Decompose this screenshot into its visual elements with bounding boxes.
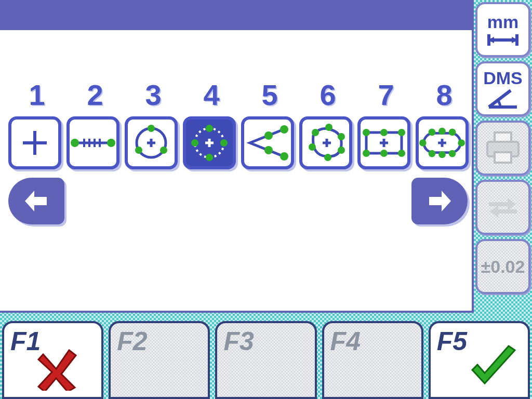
svg-point-30 (338, 133, 345, 140)
measure-num-3: 3 (125, 78, 183, 112)
slot-points-icon (419, 126, 466, 160)
svg-point-7 (71, 139, 79, 147)
measure-num-1: 1 (8, 78, 66, 112)
measure-num-7: 7 (357, 78, 416, 112)
cancel-x-icon (35, 344, 82, 391)
print-button (475, 121, 530, 176)
rectangle-points-icon (361, 126, 407, 159)
sidebar: mm DMS ±0.02 (474, 0, 532, 313)
svg-point-39 (398, 129, 405, 136)
measure-arc-button[interactable] (183, 116, 236, 169)
arrow-left-icon (22, 187, 51, 216)
angle-points-icon (246, 124, 289, 162)
svg-point-32 (324, 154, 331, 161)
tolerance-label: ±0.02 (481, 257, 525, 277)
svg-point-46 (429, 129, 436, 136)
printer-icon (484, 130, 522, 166)
unit-mm-button[interactable]: mm (475, 2, 530, 57)
measure-line-button[interactable] (66, 116, 119, 169)
svg-rect-62 (495, 152, 511, 163)
svg-point-19 (220, 139, 228, 147)
transfer-button (475, 180, 530, 235)
svg-point-29 (325, 124, 332, 131)
svg-point-53 (449, 150, 456, 157)
angle-icon (485, 88, 521, 110)
angle-label: DMS (483, 68, 523, 88)
measure-num-2: 2 (66, 78, 125, 112)
svg-point-21 (191, 139, 198, 147)
svg-point-13 (160, 147, 167, 154)
measure-num-8: 8 (416, 78, 474, 112)
measure-button-row (8, 116, 469, 169)
confirm-check-icon (467, 345, 519, 392)
svg-point-28 (312, 129, 319, 136)
measure-slot-button[interactable] (416, 116, 469, 169)
svg-point-24 (264, 146, 273, 154)
f3-button: F3 (215, 321, 316, 399)
f3-label: F3 (223, 326, 254, 356)
measure-point-button[interactable] (8, 116, 61, 169)
measure-num-6: 6 (299, 78, 357, 112)
main-panel: 1 2 3 4 5 6 7 8 (0, 0, 474, 313)
f1-cancel-button[interactable]: F1 (2, 321, 103, 399)
svg-point-22 (280, 125, 288, 134)
f4-button: F4 (322, 321, 423, 399)
svg-point-18 (206, 125, 213, 132)
page-right-button[interactable] (411, 178, 468, 224)
svg-point-42 (398, 150, 405, 157)
svg-point-33 (309, 143, 316, 151)
transfer-arrows-icon (483, 195, 523, 220)
svg-point-23 (264, 131, 273, 140)
line-points-icon (71, 132, 115, 153)
svg-point-41 (380, 150, 388, 157)
arrow-right-icon (425, 187, 454, 216)
measure-num-4: 4 (183, 78, 241, 112)
f5-confirm-button[interactable]: F5 (429, 321, 530, 399)
svg-point-8 (107, 139, 115, 147)
svg-point-38 (380, 129, 388, 136)
tolerance-button: ±0.02 (475, 239, 530, 294)
f5-label: F5 (437, 326, 467, 356)
svg-point-14 (135, 147, 142, 154)
svg-point-47 (438, 128, 446, 135)
angle-dms-button[interactable]: DMS (475, 61, 530, 116)
title-bar (0, 0, 472, 30)
page-left-button[interactable] (8, 178, 64, 224)
measure-angle-button[interactable] (241, 116, 294, 169)
svg-point-37 (363, 129, 370, 136)
svg-point-31 (338, 147, 345, 154)
svg-point-25 (280, 152, 288, 161)
measure-circle-button[interactable] (125, 116, 178, 169)
fkey-row: F1 F2 F3 F4 F5 (0, 319, 532, 399)
circle-points-icon (130, 122, 172, 164)
measure-num-5: 5 (241, 78, 299, 112)
f2-label: F2 (117, 326, 147, 356)
blob-points-icon (304, 123, 348, 163)
unit-label: mm (487, 12, 518, 32)
measure-rectangle-button[interactable] (357, 116, 410, 169)
svg-point-20 (206, 154, 213, 161)
arc-points-icon (189, 122, 230, 164)
svg-point-48 (449, 129, 456, 136)
svg-point-12 (148, 125, 155, 132)
svg-point-52 (438, 151, 446, 158)
svg-point-40 (363, 150, 370, 157)
f2-button: F2 (109, 321, 210, 399)
dimension-icon (485, 32, 521, 48)
measure-blob-button[interactable] (299, 116, 352, 169)
f4-label: F4 (330, 326, 361, 356)
svg-point-51 (429, 150, 436, 157)
svg-point-49 (458, 139, 465, 147)
measure-number-row: 1 2 3 4 5 6 7 8 (8, 78, 474, 112)
crosshair-icon (17, 125, 53, 161)
svg-point-50 (419, 139, 427, 147)
